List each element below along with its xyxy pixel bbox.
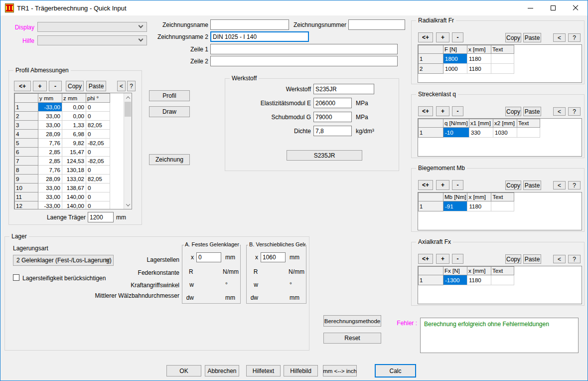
q-help-button[interactable]: ? — [568, 107, 581, 116]
fx-remove-row-button[interactable]: - — [452, 254, 463, 264]
row-header-cell[interactable]: 3 — [15, 121, 38, 130]
row-header-cell[interactable]: 12 — [15, 201, 38, 210]
mb-add-row-button[interactable]: + — [436, 180, 449, 190]
value-cell[interactable]: 1180 — [467, 201, 491, 211]
row-header-cell[interactable]: 1 — [419, 128, 443, 138]
phi-cell[interactable]: 0 — [86, 112, 110, 121]
y-cell[interactable]: 28,09 — [38, 130, 62, 139]
material-select-button[interactable]: S235JR — [287, 150, 362, 161]
abbrechen-button[interactable]: Abbrechen — [205, 365, 239, 377]
text-cell[interactable] — [491, 64, 514, 74]
value-cell[interactable]: 1180 — [467, 64, 491, 74]
y-cell[interactable]: 7,76 — [38, 166, 62, 175]
mb-insert-row-button[interactable]: <+ — [418, 180, 433, 190]
zeile2-input[interactable] — [210, 56, 398, 66]
row-header-cell[interactable]: 2 — [15, 112, 38, 121]
mb-remove-row-button[interactable]: - — [452, 180, 463, 190]
phi-cell[interactable]: 0 — [86, 148, 110, 157]
fr-insert-row-button[interactable]: <+ — [418, 32, 433, 42]
y-cell[interactable]: 33,00 — [38, 192, 62, 201]
q-paste-button[interactable]: Paste — [523, 107, 541, 116]
row-header-cell[interactable]: 10 — [15, 184, 38, 192]
row-header-cell[interactable]: 8 — [15, 166, 38, 175]
text-cell[interactable] — [517, 128, 540, 138]
z-cell[interactable]: 15,47 — [62, 148, 86, 157]
row-header-cell[interactable]: 1 — [419, 201, 443, 211]
value-cell[interactable]: 1000 — [443, 64, 467, 74]
phi-cell[interactable]: -82,05 — [86, 157, 110, 166]
profil-paste-button[interactable]: Paste — [86, 81, 106, 91]
phi-cell[interactable]: 82,05 — [86, 175, 110, 184]
row-header-cell[interactable]: 1 — [419, 54, 443, 64]
zeichnungsnummer-input[interactable] — [348, 19, 405, 30]
profil-copy-button[interactable]: Copy — [66, 81, 84, 91]
z-cell[interactable]: 9,82 — [62, 139, 86, 148]
z-cell[interactable]: 6,98 — [62, 130, 86, 139]
display-select[interactable] — [37, 22, 147, 32]
y-cell[interactable]: 2,85 — [38, 157, 62, 166]
phi-cell[interactable]: 0 — [86, 103, 110, 112]
fx-add-row-button[interactable]: + — [436, 254, 449, 264]
value-cell[interactable]: 1030 — [493, 128, 517, 138]
phi-cell[interactable]: 0 — [86, 201, 110, 210]
q-copy-button[interactable]: Copy — [505, 107, 521, 116]
scroll-down-button[interactable] — [124, 201, 132, 208]
mb-help-button[interactable]: ? — [568, 181, 581, 190]
berechnungsmethode-button[interactable]: Berechnungsmethode — [323, 315, 381, 327]
calc-button[interactable]: Calc — [375, 364, 416, 378]
werkstoff-input[interactable] — [313, 84, 374, 94]
text-cell[interactable] — [491, 275, 514, 285]
q-remove-row-button[interactable]: - — [452, 106, 463, 116]
zeile1-input[interactable] — [210, 44, 398, 54]
zeichnung-button[interactable]: Zeichnung — [149, 154, 190, 165]
maximize-button[interactable] — [542, 0, 564, 15]
bearing-b-x-input[interactable] — [261, 252, 286, 262]
elastizitaetsmodul-input[interactable] — [313, 98, 352, 108]
row-header-cell[interactable]: 2 — [419, 64, 443, 74]
profil-help-button[interactable]: ? — [127, 81, 136, 91]
phi-cell[interactable]: -82,05 — [86, 139, 110, 148]
row-header-cell[interactable]: 7 — [15, 157, 38, 166]
zeichnungsname2-input[interactable] — [210, 31, 309, 42]
z-cell[interactable]: 133,02 — [62, 175, 86, 184]
hilfe-select[interactable] — [37, 35, 147, 45]
phi-cell[interactable]: 0 — [86, 166, 110, 175]
fr-back-button[interactable]: < — [553, 33, 566, 42]
y-cell[interactable]: 28,09 — [38, 175, 62, 184]
z-cell[interactable]: 130,18 — [62, 166, 86, 175]
phi-cell[interactable]: 0 — [86, 184, 110, 192]
fx-back-button[interactable]: < — [553, 255, 566, 263]
row-header-cell[interactable]: 1 — [15, 103, 38, 112]
text-cell[interactable] — [491, 54, 514, 64]
fx-help-button[interactable]: ? — [568, 255, 581, 263]
fr-add-row-button[interactable]: + — [436, 32, 449, 42]
y-cell[interactable]: -33,00 — [38, 103, 62, 112]
scrollbar-thumb[interactable] — [125, 102, 131, 117]
profil-remove-row-button[interactable]: - — [49, 81, 62, 91]
profil-back-button[interactable]: < — [117, 81, 126, 91]
vertical-scrollbar[interactable] — [124, 93, 132, 209]
z-cell[interactable]: 1,33 — [62, 121, 86, 130]
z-cell[interactable]: 0,00 — [62, 103, 86, 112]
row-header-cell[interactable]: 5 — [15, 139, 38, 148]
reset-button[interactable]: Reset — [323, 333, 381, 344]
fx-insert-row-button[interactable]: <+ — [418, 254, 433, 264]
value-cell[interactable]: -10 — [443, 128, 469, 138]
close-button[interactable] — [564, 0, 587, 15]
value-cell[interactable]: -91 — [443, 201, 467, 211]
profil-add-row-button[interactable]: + — [33, 81, 47, 91]
q-back-button[interactable]: < — [553, 107, 566, 116]
mb-copy-button[interactable]: Copy — [505, 181, 521, 190]
hilfebild-button[interactable]: Hilfebild — [284, 365, 318, 377]
mb-back-button[interactable]: < — [553, 181, 566, 190]
value-cell[interactable]: 330 — [469, 128, 493, 138]
y-cell[interactable]: 7,76 — [38, 139, 62, 148]
mb-paste-button[interactable]: Paste — [523, 181, 541, 190]
profil-insert-row-button[interactable]: <+ — [14, 81, 31, 91]
q-add-row-button[interactable]: + — [436, 106, 449, 116]
y-cell[interactable]: 33,00 — [38, 112, 62, 121]
value-cell[interactable]: -1300 — [443, 275, 467, 285]
row-header-cell[interactable]: 1 — [419, 275, 443, 285]
row-header-cell[interactable]: 11 — [15, 192, 38, 201]
fx-copy-button[interactable]: Copy — [505, 254, 521, 264]
